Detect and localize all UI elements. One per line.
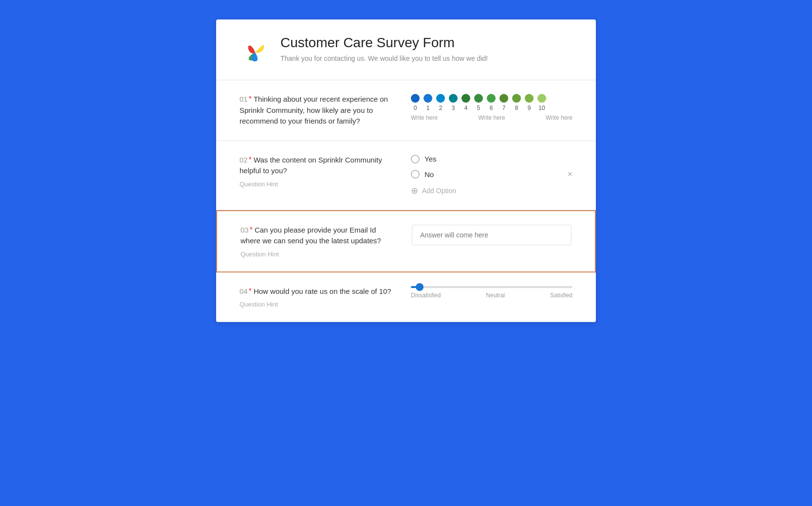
question-04-text: How would you rate us on the scale of 10…	[254, 287, 391, 295]
form-title: Customer Care Survey Form	[280, 35, 488, 51]
slider-thumb[interactable]	[416, 283, 424, 291]
question-03-number: 03	[240, 226, 249, 234]
form-header: Customer Care Survey Form Thank you for …	[216, 19, 596, 80]
nps-labels: Write here Write here Write here	[411, 114, 572, 121]
slider-track	[411, 286, 572, 288]
slider-labels: Dissatisfied Neutral Satisfied	[411, 292, 572, 299]
slider-label-neutral: Neutral	[486, 292, 505, 299]
nps-num-10: 10	[537, 105, 546, 111]
close-icon[interactable]: ×	[567, 169, 572, 180]
nps-scale: 0 1 2 3 4 5 6 7 8 9 10 Write here Write …	[411, 94, 572, 121]
question-02-text: Was the content on Sprinklr Community he…	[240, 156, 382, 175]
nps-num-6: 6	[487, 105, 496, 111]
nps-dot-6[interactable]	[487, 94, 496, 103]
add-option-label: Add Option	[422, 187, 456, 195]
question-02-right: Yes No × ⊕ Add Option	[411, 155, 572, 196]
question-02-hint: Question Hint	[240, 181, 395, 188]
question-04-number: 04	[240, 287, 248, 295]
nps-num-8: 8	[512, 105, 521, 111]
nps-label-right: Write here	[546, 114, 572, 121]
radio-circle-yes[interactable]	[411, 155, 420, 163]
question-04-section: 04*How would you rate us on the scale of…	[216, 272, 596, 323]
nps-dot-3[interactable]	[449, 94, 458, 103]
slider-label-dissatisfied: Dissatisfied	[411, 292, 441, 299]
question-02-section: 02*Was the content on Sprinklr Community…	[216, 141, 596, 210]
question-04-required: *	[249, 287, 252, 295]
nps-num-9: 9	[525, 105, 534, 111]
question-02-number: 02	[240, 156, 248, 164]
nps-num-0: 0	[411, 105, 420, 111]
nps-num-2: 2	[436, 105, 445, 111]
nps-dot-7[interactable]	[499, 94, 508, 103]
radio-row-no: No ×	[411, 169, 572, 180]
nps-num-4: 4	[461, 105, 470, 111]
nps-dot-9[interactable]	[525, 94, 534, 103]
question-03-left: 03*Can you please provide your Email Id …	[240, 225, 396, 258]
question-03-text: Can you please provide your Email Id whe…	[240, 226, 381, 245]
email-answer-input[interactable]	[412, 225, 572, 245]
question-01-text: Thinking about your recent experience on…	[240, 95, 388, 125]
add-option-button[interactable]: ⊕ Add Option	[411, 185, 572, 196]
nps-label-center: Write here	[478, 114, 505, 121]
question-01-number: 01	[240, 95, 248, 103]
rating-slider[interactable]: Dissatisfied Neutral Satisfied	[411, 286, 572, 299]
question-04-hint: Question Hint	[240, 301, 395, 308]
question-04-left: 04*How would you rate us on the scale of…	[240, 286, 395, 308]
nps-label-left: Write here	[411, 114, 438, 121]
radio-option-yes[interactable]: Yes	[411, 155, 572, 163]
question-03-hint: Question Hint	[240, 251, 396, 258]
question-03-required: *	[250, 226, 253, 234]
header-text: Customer Care Survey Form Thank you for …	[280, 35, 488, 62]
radio-label-yes: Yes	[424, 155, 436, 163]
nps-num-5: 5	[474, 105, 483, 111]
nps-dots	[411, 94, 572, 103]
nps-numbers: 0 1 2 3 4 5 6 7 8 9 10	[411, 105, 572, 111]
question-01-required: *	[249, 95, 252, 103]
radio-circle-no[interactable]	[411, 170, 420, 179]
question-01-left: 01*Thinking about your recent experience…	[240, 94, 395, 127]
nps-dot-4[interactable]	[461, 94, 470, 103]
nps-dot-10[interactable]	[537, 94, 546, 103]
nps-num-3: 3	[449, 105, 458, 111]
question-02-required: *	[249, 156, 252, 164]
logo-icon	[240, 37, 271, 68]
nps-dot-1[interactable]	[424, 94, 432, 103]
slider-label-satisfied: Satisfied	[550, 292, 572, 299]
add-icon: ⊕	[411, 185, 418, 196]
form-subtitle: Thank you for contacting us. We would li…	[280, 54, 488, 62]
nps-dot-0[interactable]	[411, 94, 420, 103]
radio-option-no[interactable]: No	[411, 170, 434, 179]
nps-dot-2[interactable]	[436, 94, 445, 103]
question-01-section: 01*Thinking about your recent experience…	[216, 80, 596, 141]
nps-dot-5[interactable]	[474, 94, 483, 103]
question-01-right: 0 1 2 3 4 5 6 7 8 9 10 Write here Write …	[411, 94, 572, 121]
question-02-left: 02*Was the content on Sprinklr Community…	[240, 155, 395, 188]
nps-num-1: 1	[424, 105, 432, 111]
radio-label-no: No	[424, 170, 434, 179]
question-04-right: Dissatisfied Neutral Satisfied	[411, 286, 572, 299]
question-03-right	[412, 225, 572, 245]
nps-num-7: 7	[499, 105, 508, 111]
nps-dot-8[interactable]	[512, 94, 521, 103]
question-03-section: 03*Can you please provide your Email Id …	[216, 210, 596, 272]
survey-form: Customer Care Survey Form Thank you for …	[216, 19, 596, 322]
